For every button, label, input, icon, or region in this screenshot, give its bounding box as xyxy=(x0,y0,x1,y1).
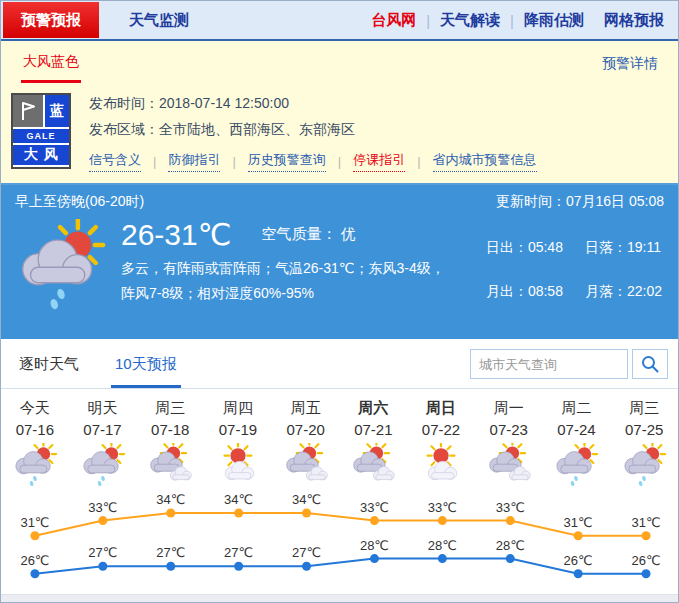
day-date-7: 07-23 xyxy=(475,415,543,441)
sunrise-time: 日出：05:48 xyxy=(486,239,563,271)
svg-text:27℃: 27℃ xyxy=(224,545,253,560)
svg-text:34℃: 34℃ xyxy=(156,492,185,507)
day-name-4: 周五 xyxy=(272,389,340,415)
link-typhoon-net[interactable]: 台风网 xyxy=(371,11,416,30)
current-weather-icon xyxy=(1,215,121,315)
svg-text:34℃: 34℃ xyxy=(224,492,253,507)
svg-text:28℃: 28℃ xyxy=(496,538,525,553)
weather-description: 多云，有阵雨或雷阵雨；气温26-31℃；东风3-4级， 阵风7-8级；相对湿度6… xyxy=(121,256,445,306)
warning-link-separator: | xyxy=(232,154,235,169)
issue-time-line: 发布时间：2018-07-14 12:50:00 xyxy=(89,95,678,113)
tab-warning-forecast-label: 预警预报 xyxy=(21,11,81,30)
svg-text:26℃: 26℃ xyxy=(632,553,661,568)
footer-strip xyxy=(1,594,678,603)
day-name-8: 周二 xyxy=(543,389,611,415)
link-history-warning-query[interactable]: 历史预警查询 xyxy=(248,151,326,172)
tab-hourly-weather[interactable]: 逐时天气 xyxy=(15,355,83,388)
svg-text:26℃: 26℃ xyxy=(564,553,593,568)
svg-text:34℃: 34℃ xyxy=(292,492,321,507)
moonrise-time: 月出：08:58 xyxy=(486,283,563,315)
weather-description-line2: 阵风7-8级；相对湿度60%-95% xyxy=(121,285,314,301)
top-nav: 预警预报 天气监测 台风网 | 天气解读 | 降雨估测 网格预报 xyxy=(1,1,678,41)
current-panel-header: 早上至傍晚(06-20时) 更新时间：07月16日 05:08 xyxy=(1,185,678,215)
svg-text:28℃: 28℃ xyxy=(428,538,457,553)
nav-separator: | xyxy=(510,12,514,29)
day-date-0: 07-16 xyxy=(1,415,69,441)
weather-description-line1: 多云，有阵雨或雷阵雨；气温26-31℃；东风3-4级， xyxy=(121,260,445,276)
link-province-city-warnings[interactable]: 省内城市预警信息 xyxy=(433,151,537,172)
temp-chart: 31℃33℃34℃34℃34℃33℃33℃33℃31℃31℃26℃27℃27℃2… xyxy=(1,489,679,594)
tab-ten-day-forecast[interactable]: 10天预报 xyxy=(111,355,181,388)
issue-area-value: 全市陆地、西部海区、东部海区 xyxy=(159,121,355,137)
issue-time-label: 发布时间： xyxy=(89,95,159,111)
link-grid-forecast[interactable]: 网格预报 xyxy=(604,11,664,30)
update-time-label: 更新时间： xyxy=(496,193,566,209)
link-signal-meaning[interactable]: 信号含义 xyxy=(89,151,141,172)
tab-warning-forecast[interactable]: 预警预报 xyxy=(3,2,99,38)
day-name-6: 周日 xyxy=(407,389,475,415)
day-date-9: 07-25 xyxy=(610,415,678,441)
tab-weather-monitor-label: 天气监测 xyxy=(129,11,189,28)
svg-text:33℃: 33℃ xyxy=(428,500,457,515)
sun-cloud-rain-icon xyxy=(610,441,678,489)
svg-text:31℃: 31℃ xyxy=(564,515,593,530)
search-icon xyxy=(640,354,660,374)
nav-links: 台风网 | 天气解读 | 降雨估测 网格预报 xyxy=(371,11,678,30)
sun-clouds-icon xyxy=(475,441,543,489)
link-class-suspension-guide[interactable]: 停课指引 xyxy=(353,151,405,172)
issue-time-value: 2018-07-14 12:50:00 xyxy=(159,95,289,111)
warning-detail-link[interactable]: 预警详情 xyxy=(602,55,658,73)
day-date-2: 07-18 xyxy=(136,415,204,441)
svg-text:31℃: 31℃ xyxy=(20,515,49,530)
day-date-3: 07-19 xyxy=(204,415,272,441)
link-defense-guide[interactable]: 防御指引 xyxy=(168,151,220,172)
warning-info: 发布时间：2018-07-14 12:50:00 发布区域：全市陆地、西部海区、… xyxy=(71,93,678,183)
sun-cloud-rain-icon xyxy=(69,441,137,489)
air-quality-label: 空气质量： xyxy=(261,225,336,242)
svg-text:33℃: 33℃ xyxy=(360,500,389,515)
issue-area-label: 发布区域： xyxy=(89,121,159,137)
tab-weather-monitor[interactable]: 天气监测 xyxy=(129,11,189,30)
sun-clouds-icon xyxy=(272,441,340,489)
day-name-3: 周四 xyxy=(204,389,272,415)
svg-text:31℃: 31℃ xyxy=(632,515,661,530)
badge-type-en-label: GALE xyxy=(13,129,69,143)
forecast-tabs-row: 逐时天气 10天预报 xyxy=(1,339,678,389)
day-date-1: 07-17 xyxy=(69,415,137,441)
moonset-time: 月落：22:02 xyxy=(585,283,662,315)
sun-cloud-rain-icon xyxy=(1,441,69,489)
search-button[interactable] xyxy=(632,349,668,379)
nav-separator: | xyxy=(426,12,430,29)
svg-text:28℃: 28℃ xyxy=(360,538,389,553)
period-label: 早上至傍晚(06-20时) xyxy=(15,193,144,211)
gale-blue-warning-badge: 蓝 GALE 大风 xyxy=(11,93,71,169)
sun-cloud-icon xyxy=(204,441,272,489)
svg-text:26℃: 26℃ xyxy=(20,553,49,568)
day-date-8: 07-24 xyxy=(543,415,611,441)
day-date-6: 07-22 xyxy=(407,415,475,441)
issue-area-line: 发布区域：全市陆地、西部海区、东部海区 xyxy=(89,121,678,139)
city-search-input[interactable] xyxy=(470,349,628,379)
warning-link-separator: | xyxy=(417,154,420,169)
day-date-5: 07-21 xyxy=(339,415,407,441)
link-weather-explain[interactable]: 天气解读 xyxy=(440,11,500,30)
weather-app: 预警预报 天气监测 台风网 | 天气解读 | 降雨估测 网格预报 大风蓝色 预警… xyxy=(0,0,679,603)
forecast-days: 今天明天周三周四周五周六周日周一周二周三07-1607-1707-1807-19… xyxy=(1,389,678,489)
day-name-7: 周一 xyxy=(475,389,543,415)
current-weather-main: 26-31℃ 空气质量： 优 多云，有阵雨或雷阵雨；气温26-31℃；东风3-4… xyxy=(121,215,445,315)
update-time: 更新时间：07月16日 05:08 xyxy=(496,193,664,211)
air-quality: 空气质量： 优 xyxy=(261,225,355,244)
warning-links: 信号含义 | 防御指引 | 历史预警查询 | 停课指引 | 省内城市预警信息 xyxy=(89,151,678,172)
temp-range: 26-31℃ xyxy=(121,217,231,252)
link-rain-estimate[interactable]: 降雨估测 xyxy=(524,11,584,30)
warning-link-separator: | xyxy=(338,154,341,169)
sun-clouds-icon xyxy=(339,441,407,489)
day-name-9: 周三 xyxy=(610,389,678,415)
current-weather-panel: 早上至傍晚(06-20时) 更新时间：07月16日 05:08 26-31℃ 空… xyxy=(1,185,678,339)
update-time-value: 07月16日 05:08 xyxy=(566,193,664,209)
warning-tab-gale-blue[interactable]: 大风蓝色 xyxy=(21,45,81,83)
svg-text:33℃: 33℃ xyxy=(88,500,117,515)
sun-cloud-rain-icon xyxy=(543,441,611,489)
day-name-0: 今天 xyxy=(1,389,69,415)
day-date-4: 07-20 xyxy=(272,415,340,441)
